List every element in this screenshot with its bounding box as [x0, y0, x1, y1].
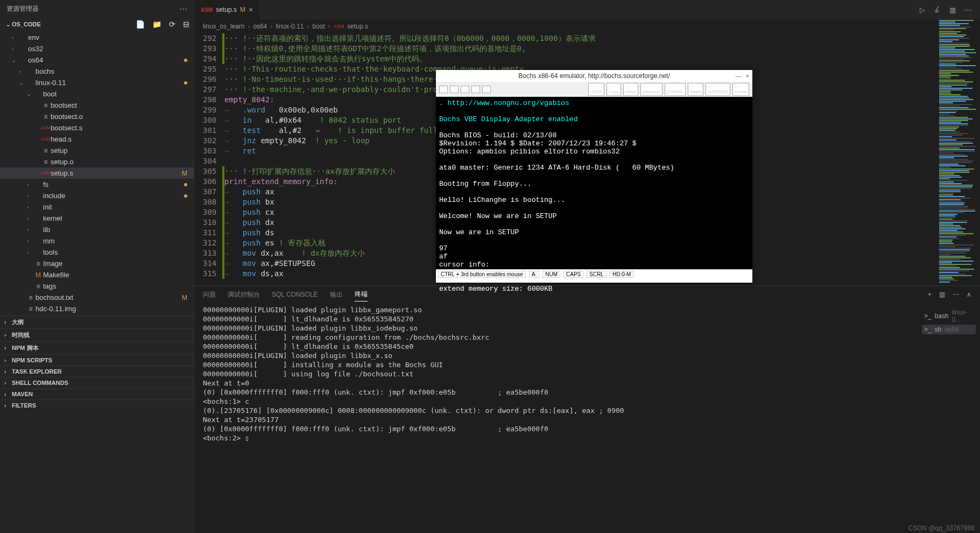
tree-item-fs[interactable]: ›fs: [0, 179, 194, 190]
bochs-status-SCRL: SCRL: [587, 271, 607, 278]
tree-item-env[interactable]: ›env: [0, 32, 194, 43]
watermark: CSDN @qq_33767966: [908, 524, 975, 532]
bochs-btn-Power[interactable]: ⬚Power: [732, 83, 749, 96]
close-icon[interactable]: ×: [746, 73, 749, 79]
bochs-status-CTRL + 3rd button enables mouse: CTRL + 3rd button enables mouse: [438, 271, 526, 278]
close-icon[interactable]: ×: [249, 5, 253, 14]
terminal[interactable]: 00000000000i[PLUGIN] loaded plugin libbx…: [194, 303, 738, 445]
section-NPM 脚本[interactable]: ›NPM 脚本: [0, 341, 194, 354]
minimap[interactable]: [937, 19, 980, 283]
panel-tab-问题[interactable]: 问题: [203, 288, 216, 301]
new-file-icon[interactable]: 📄: [136, 20, 145, 29]
tree-item-setup.o[interactable]: ≡setup.o: [0, 156, 194, 167]
bochs-screen: . http://www.nongnu.org/vgabios Bochs VB…: [436, 97, 752, 269]
tab-setup[interactable]: ASM setup.s M ×: [194, 0, 259, 19]
bottom-panel: 问题调试控制台SQL CONSOLE输出终端 + ▥ ⋯ ∧ 000000000…: [194, 285, 980, 533]
tree-item-Makefile[interactable]: MMakefile: [0, 269, 194, 280]
asm-icon: ASM: [201, 7, 213, 13]
bochs-btn-CONFIG[interactable]: ⬚CONFIG: [665, 83, 686, 96]
split-icon[interactable]: ⫝̸: [934, 6, 941, 14]
tree-item-bochsout.txt[interactable]: ≡bochsout.txtM: [0, 292, 194, 303]
panel-tab-终端[interactable]: 终端: [355, 287, 368, 301]
tree-item-os32[interactable]: ›os32: [0, 43, 194, 54]
editor-tabs: ASM setup.s M × ▷ ⫝̸ ▥ ⋯: [194, 0, 980, 19]
split-terminal-icon[interactable]: ▥: [939, 291, 945, 298]
bochs-btn-Reset[interactable]: ⬚Reset: [688, 83, 703, 96]
tree-item-setup.s[interactable]: ASMsetup.sM: [0, 167, 194, 179]
breadcrumb-linux_os_learn[interactable]: linux_os_learn: [203, 23, 244, 30]
tab-label: setup.s: [216, 6, 237, 13]
tree-item-setup[interactable]: ≡setup: [0, 145, 194, 156]
tree-item-bootsect[interactable]: ≡bootsect: [0, 100, 194, 111]
term-tab-bash[interactable]: >_bashlinux-0...: [922, 307, 976, 325]
sidebar: 资源管理器 ⋯ ⌄ OS_CODE 📄 📁 ⟳ ⊟ ›env›os32⌄os64…: [0, 0, 194, 533]
tree-item-hdc-0.11.img[interactable]: ≡hdc-0.11.img: [0, 303, 194, 314]
tree-item-linux-0.11[interactable]: ⌄linux-0.11: [0, 77, 194, 88]
bochs-btn-SUSPEND[interactable]: ⬚SUSPEND: [706, 83, 731, 96]
bochs-statusbar: CTRL + 3rd button enables mouseA:NUMCAPS…: [436, 269, 752, 279]
tree-item-os64[interactable]: ⌄os64: [0, 54, 194, 66]
terminal-list: >_bashlinux-0...>_shos64: [922, 307, 976, 334]
breadcrumb-boot[interactable]: boot: [312, 23, 325, 30]
panel-tab-调试控制台[interactable]: 调试控制台: [228, 288, 260, 301]
breadcrumb-setup.s[interactable]: setup.s: [347, 23, 368, 30]
section-TASK EXPLORER[interactable]: ›TASK EXPLORER: [0, 366, 194, 377]
tree-item-tools[interactable]: ›tools: [0, 247, 194, 258]
section-FILTERS[interactable]: ›FILTERS: [0, 399, 194, 411]
bochs-title: Bochs x86-64 emulator, http://bochs.sour…: [518, 72, 670, 80]
breadcrumb[interactable]: linux_os_learn›os64›linux-0.11›boot› ASM…: [194, 19, 980, 33]
tree-item-bootsect.o[interactable]: ≡bootsect.o: [0, 111, 194, 122]
tree-item-bootsect.s[interactable]: ASMbootsect.s: [0, 122, 194, 134]
breadcrumb-os64[interactable]: os64: [253, 23, 267, 30]
maximize-icon[interactable]: ∧: [967, 291, 971, 298]
tree-item-include[interactable]: ›include: [0, 190, 194, 201]
section-大纲[interactable]: ›大纲: [0, 315, 194, 328]
bochs-status-CAPS: CAPS: [563, 271, 583, 278]
panel-tab-SQL CONSOLE[interactable]: SQL CONSOLE: [272, 289, 318, 300]
bochs-status-HD:0-M: HD:0-M: [610, 271, 633, 278]
bochs-btn-snapshot[interactable]: ⬚snapshot: [640, 83, 662, 96]
section-时间线[interactable]: ›时间线: [0, 328, 194, 341]
bochs-emulator-window[interactable]: Bochs x86-64 emulator, http://bochs.sour…: [436, 70, 752, 283]
bochs-status-NUM: NUM: [542, 271, 560, 278]
section-SHELL COMMANDS[interactable]: ›SHELL COMMANDS: [0, 377, 194, 388]
tree-item-bochs[interactable]: ›bochs: [0, 66, 194, 77]
bochs-btn-Paste[interactable]: ⬚Paste: [623, 83, 638, 96]
breadcrumb-linux-0.11[interactable]: linux-0.11: [276, 23, 304, 30]
more-icon[interactable]: ⋯: [180, 5, 187, 13]
modified-indicator: M: [240, 6, 245, 13]
section-MAVEN[interactable]: ›MAVEN: [0, 388, 194, 399]
tree-item-tags[interactable]: ≡tags: [0, 280, 194, 292]
term-tab-sh[interactable]: >_shos64: [922, 325, 976, 334]
tree-item-boot[interactable]: ⌄boot: [0, 88, 194, 100]
root-label: OS_CODE: [12, 21, 41, 27]
workspace-root[interactable]: ⌄ OS_CODE 📄 📁 ⟳ ⊟: [0, 18, 194, 31]
tree-item-head.s[interactable]: ASMhead.s: [0, 134, 194, 145]
minimize-icon[interactable]: —: [736, 73, 742, 79]
refresh-icon[interactable]: ⟳: [169, 20, 175, 29]
section-NPM SCRIPTS[interactable]: ›NPM SCRIPTS: [0, 354, 194, 366]
tree-item-mm[interactable]: ›mm: [0, 235, 194, 247]
collapse-icon[interactable]: ⊟: [183, 20, 189, 29]
explorer-title: 资源管理器: [6, 4, 39, 13]
run-icon[interactable]: ▷: [920, 6, 925, 14]
bochs-btn-USER[interactable]: ⬚USER: [588, 83, 604, 96]
tree-item-Image[interactable]: ≡Image: [0, 258, 194, 269]
bochs-status-A:: A:: [529, 271, 539, 278]
new-folder-icon[interactable]: 📁: [152, 20, 161, 29]
tree-item-init[interactable]: ›init: [0, 201, 194, 213]
tree-item-kernel[interactable]: ›kernel: [0, 213, 194, 224]
more-icon[interactable]: ⋯: [964, 6, 971, 14]
bochs-toolbar: ⬚⬚⬚⬚⬚⬚USER⬚Copy⬚Paste⬚snapshot⬚CONFIG⬚Re…: [436, 82, 752, 97]
panel-tab-输出[interactable]: 输出: [330, 288, 343, 301]
layout-icon[interactable]: ▥: [949, 6, 956, 14]
bochs-btn-Copy[interactable]: ⬚Copy: [607, 83, 621, 96]
more-icon[interactable]: ⋯: [953, 291, 959, 298]
tree-item-lib[interactable]: ›lib: [0, 224, 194, 235]
new-terminal-icon[interactable]: +: [928, 291, 932, 298]
